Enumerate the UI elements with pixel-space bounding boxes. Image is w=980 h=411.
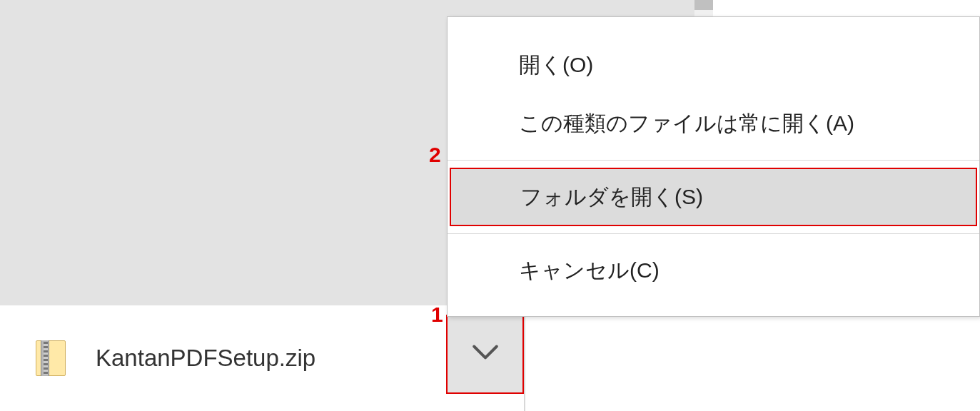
menu-item-cancel[interactable]: キャンセル(C) <box>448 241 979 300</box>
download-item[interactable]: KantanPDFSetup.zip <box>0 305 315 411</box>
menu-separator <box>448 160 979 161</box>
chevron-down-icon <box>472 343 499 366</box>
annotation-number-1: 1 <box>431 303 443 327</box>
download-bar-divider <box>524 315 525 411</box>
zip-file-icon <box>36 340 66 376</box>
menu-item-open[interactable]: 開く(O) <box>448 36 979 94</box>
menu-item-always-open-label: この種類のファイルは常に開く(A) <box>519 109 854 138</box>
annotation-number-2: 2 <box>429 143 441 167</box>
download-options-button[interactable] <box>446 315 524 394</box>
download-filename: KantanPDFSetup.zip <box>96 345 315 372</box>
scrollbar-thumb[interactable] <box>694 0 713 10</box>
menu-item-cancel-label: キャンセル(C) <box>519 256 660 285</box>
menu-item-always-open[interactable]: この種類のファイルは常に開く(A) <box>448 94 979 153</box>
download-context-menu: 開く(O) この種類のファイルは常に開く(A) フォルダを開く(S) キャンセル… <box>447 16 980 317</box>
menu-item-open-label: 開く(O) <box>519 51 593 80</box>
menu-separator <box>448 233 979 234</box>
menu-item-show-in-folder[interactable]: フォルダを開く(S) <box>450 168 977 226</box>
menu-item-show-in-folder-label: フォルダを開く(S) <box>520 183 703 212</box>
